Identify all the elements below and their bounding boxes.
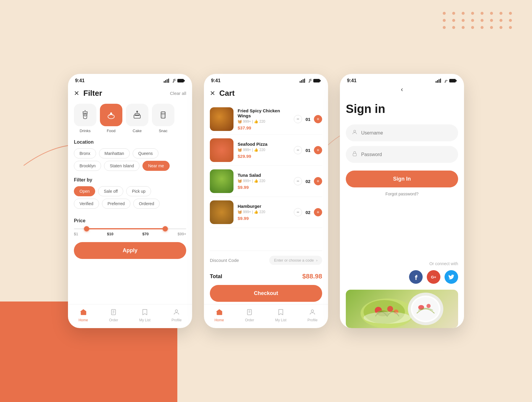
- username-field[interactable]: [346, 124, 458, 141]
- back-button[interactable]: ‹: [346, 86, 458, 93]
- nav-mylist-cart[interactable]: My List: [275, 309, 286, 322]
- qty-minus-1[interactable]: −: [294, 115, 302, 123]
- price-section: Price $1 $10 $70 $99+: [74, 218, 186, 236]
- user-icon: [352, 129, 358, 137]
- price-thumb-left[interactable]: [84, 226, 89, 231]
- svg-rect-5: [177, 79, 184, 82]
- drinks-label: Drinks: [80, 129, 91, 133]
- location-chips-row2: Brooklyn Staten Island Near me: [74, 161, 186, 171]
- filter-preferred[interactable]: Preferred: [102, 199, 130, 209]
- drinks-icon: [80, 110, 90, 120]
- cart-item-img-2: [210, 138, 233, 162]
- filter-verified[interactable]: Verified: [74, 199, 99, 209]
- salad-illustration: [346, 290, 458, 328]
- clear-all-button[interactable]: Clear all: [170, 91, 186, 96]
- chevron-right-icon: ›: [316, 258, 317, 262]
- location-queens[interactable]: Queens: [133, 148, 158, 158]
- signin-button[interactable]: Sign In: [346, 171, 458, 187]
- svg-rect-26: [303, 79, 304, 83]
- category-snacks[interactable]: Snac: [152, 104, 174, 133]
- cart-close-button[interactable]: ✕: [210, 90, 215, 97]
- qty-num-1: 01: [305, 117, 311, 122]
- discount-input[interactable]: Enter or choose a code ›: [269, 256, 322, 265]
- food-icon-bg: [100, 104, 122, 126]
- cart-item-2: Seafood Pizza 🧺 999+ | 👍 220 $29.99 − 01…: [210, 135, 322, 166]
- category-cake[interactable]: Cake: [126, 104, 148, 133]
- nav-profile-filter[interactable]: Profile: [171, 309, 181, 322]
- location-bronx[interactable]: Bronx: [74, 148, 96, 158]
- cart-item-info-4: Hamburger 🧺 999+ | 👍 220 $9.99: [238, 204, 290, 221]
- category-drinks[interactable]: Drinks: [74, 104, 96, 133]
- snacks-label: Snac: [159, 129, 168, 133]
- svg-rect-35: [436, 81, 437, 83]
- location-manhattan[interactable]: Manhattan: [99, 148, 130, 158]
- close-button[interactable]: ✕: [74, 90, 79, 97]
- cart-qty-3: − 02 +: [294, 177, 322, 185]
- forgot-password-link[interactable]: Forgot password?: [346, 192, 458, 196]
- filter-ordered[interactable]: Ordered: [133, 199, 160, 209]
- location-brooklyn[interactable]: Brooklyn: [74, 161, 101, 171]
- cart-item-price-2: $29.99: [238, 154, 290, 159]
- mylist-icon-cart: [277, 309, 284, 317]
- nav-order-filter[interactable]: Order: [109, 309, 118, 322]
- phone-filter: 9:41 ✕ Filter Clear all: [68, 74, 192, 328]
- price-thumb-right[interactable]: [163, 226, 168, 231]
- price-label: Price: [74, 218, 186, 223]
- qty-plus-4[interactable]: +: [314, 208, 322, 216]
- filter-saleoff[interactable]: Sale off: [98, 186, 123, 196]
- apply-button[interactable]: Apply: [74, 242, 186, 259]
- filter-open[interactable]: Open: [74, 186, 95, 196]
- svg-point-39: [445, 82, 446, 83]
- checkout-button[interactable]: Checkout: [210, 285, 322, 302]
- qty-minus-3[interactable]: −: [294, 177, 302, 185]
- location-nearme[interactable]: Near me: [142, 161, 170, 171]
- svg-rect-30: [320, 80, 321, 82]
- svg-rect-25: [301, 80, 302, 83]
- cart-item-meta-1: 🧺 999+ | 👍 220: [238, 119, 290, 124]
- username-input[interactable]: [361, 130, 452, 136]
- qty-minus-2[interactable]: −: [294, 146, 302, 154]
- password-field[interactable]: [346, 146, 458, 163]
- status-bar-filter: 9:41: [68, 74, 192, 86]
- cart-item-name-2: Seafood Pizza: [238, 142, 290, 147]
- svg-point-23: [175, 310, 178, 312]
- nav-order-cart[interactable]: Order: [245, 309, 254, 322]
- cart-item-meta-2: 🧺 999+ | 👍 220: [238, 148, 290, 152]
- cart-item-name-1: Fried Spicy Chicken Wings: [238, 108, 290, 118]
- cart-items-list: Fried Spicy Chicken Wings 🧺 999+ | 👍 220…: [210, 104, 322, 251]
- svg-rect-38: [440, 79, 441, 83]
- bottom-nav-cart: Home Order My List Profile: [204, 304, 328, 328]
- qty-plus-3[interactable]: +: [314, 177, 322, 185]
- location-staten[interactable]: Staten Island: [104, 161, 140, 171]
- signal-icon-cart: [300, 79, 305, 83]
- price-label-max: $99+: [178, 232, 186, 236]
- nav-profile-cart[interactable]: Profile: [307, 309, 317, 322]
- nav-home-cart[interactable]: Home: [215, 309, 224, 322]
- twitter-button[interactable]: [445, 270, 458, 284]
- cart-item-meta-3: 🧺 999+ | 👍 220: [238, 179, 290, 183]
- filter-pickup[interactable]: Pick up: [126, 186, 151, 196]
- phone-cart: 9:41 ✕ Cart Fried Spicy Chicken Wings: [204, 74, 328, 328]
- filter-content: ✕ Filter Clear all: [68, 86, 192, 304]
- facebook-button[interactable]: [409, 270, 423, 284]
- category-food[interactable]: Food: [100, 104, 122, 133]
- cart-item-name-4: Hamburger: [238, 204, 290, 209]
- battery-icon-cart: [313, 79, 321, 83]
- profile-label-cart: Profile: [307, 318, 317, 322]
- qty-plus-2[interactable]: +: [314, 146, 322, 154]
- google-button[interactable]: G+: [427, 270, 440, 284]
- qty-plus-1[interactable]: +: [314, 115, 322, 123]
- price-slider[interactable]: [74, 228, 186, 229]
- filter-title: Filter: [83, 89, 102, 98]
- discount-placeholder: Enter or choose a code: [274, 258, 314, 262]
- price-label-min: $1: [74, 232, 78, 236]
- qty-minus-4[interactable]: −: [294, 208, 302, 216]
- nav-mylist-filter[interactable]: My List: [139, 309, 150, 322]
- cart-qty-4: − 02 +: [294, 208, 322, 216]
- order-icon-cart: [246, 309, 253, 317]
- password-input[interactable]: [361, 152, 452, 157]
- cake-label: Cake: [133, 129, 142, 133]
- nav-home-filter[interactable]: Home: [79, 309, 88, 322]
- svg-point-8: [84, 114, 86, 116]
- svg-point-34: [311, 310, 314, 312]
